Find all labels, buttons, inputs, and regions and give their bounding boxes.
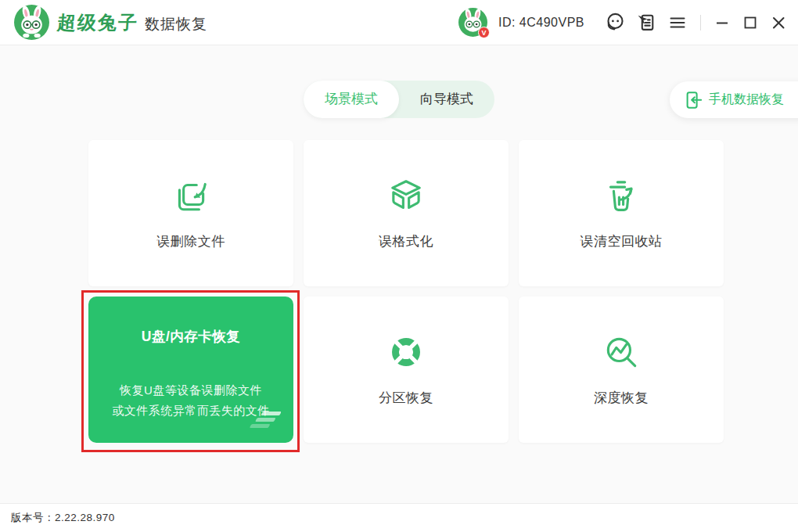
card-partition-recovery[interactable]: 分区恢复 [304, 297, 509, 443]
card-label: 分区恢复 [379, 389, 433, 407]
phone-data-recovery-button[interactable]: 手机数据恢复 [670, 81, 798, 118]
minimize-button[interactable] [710, 9, 734, 36]
card-usb-memory-recovery[interactable]: U盘/内存卡恢复 恢复U盘等设备误删除文件 或文件系统异常而丢失的文件 [88, 297, 293, 443]
usb-desc-line2: 或文件系统异常而丢失的文件 [112, 401, 270, 421]
mode-tab-group: 场景模式 向导模式 [304, 81, 494, 118]
phone-arrow-icon [684, 90, 703, 110]
cube-icon [386, 176, 426, 215]
trash-restore-icon [602, 176, 641, 215]
brand-name: 超级兔子 [56, 10, 139, 35]
user-id-label: ID: 4C490VPB [498, 16, 584, 30]
user-avatar[interactable]: V [458, 8, 487, 37]
card-deep-recovery[interactable]: 深度恢复 [519, 297, 724, 443]
phone-recovery-label: 手机数据恢复 [709, 92, 784, 108]
tab-scene-mode[interactable]: 场景模式 [304, 81, 399, 118]
brand-suffix: 数据恢复 [145, 14, 207, 34]
main-content: 场景模式 向导模式 手机数据恢复 误删除文件 误 [0, 46, 798, 503]
card-label: 误清空回收站 [581, 232, 663, 250]
feedback-note-icon [636, 12, 657, 33]
partition-icon [386, 332, 426, 372]
card-label: 误删除文件 [156, 232, 225, 250]
vip-badge: V [478, 27, 490, 38]
scenario-card-grid: 误删除文件 误格式化 误清空回收站 [88, 140, 724, 443]
usb-card-description: 恢复U盘等设备误删除文件 或文件系统异常而丢失的文件 [112, 380, 270, 421]
card-label: 误格式化 [379, 232, 433, 250]
version-label: 版本号：2.22.28.970 [11, 511, 115, 525]
close-button[interactable] [767, 9, 790, 36]
hamburger-menu-icon [667, 13, 688, 33]
app-logo-rabbit-icon [14, 5, 49, 40]
maximize-icon [742, 14, 759, 31]
main-menu-button[interactable] [664, 9, 691, 36]
usb-desc-line1: 恢复U盘等设备误删除文件 [112, 380, 270, 401]
layers-icon [250, 410, 281, 433]
card-formatted[interactable]: 误格式化 [304, 140, 509, 286]
maximize-button[interactable] [739, 9, 762, 36]
customer-service-button[interactable] [602, 9, 628, 36]
card-label: 深度恢复 [594, 389, 649, 407]
feedback-button[interactable] [633, 9, 660, 36]
title-bar: 超级兔子 数据恢复 V ID: 4C490VPB [0, 0, 798, 45]
tab-wizard-mode[interactable]: 向导模式 [399, 81, 494, 118]
status-bar: 版本号：2.22.28.970 [0, 503, 798, 532]
magnifier-chart-icon [602, 332, 641, 372]
headset-icon [605, 12, 626, 33]
card-recycle-bin[interactable]: 误清空回收站 [519, 140, 724, 286]
card-deleted-files[interactable]: 误删除文件 [88, 140, 293, 286]
titlebar-divider [700, 15, 701, 31]
close-icon [770, 14, 787, 31]
usb-card-title: U盘/内存卡恢复 [142, 327, 241, 346]
minimize-icon [714, 14, 731, 31]
file-restore-icon [171, 176, 210, 215]
